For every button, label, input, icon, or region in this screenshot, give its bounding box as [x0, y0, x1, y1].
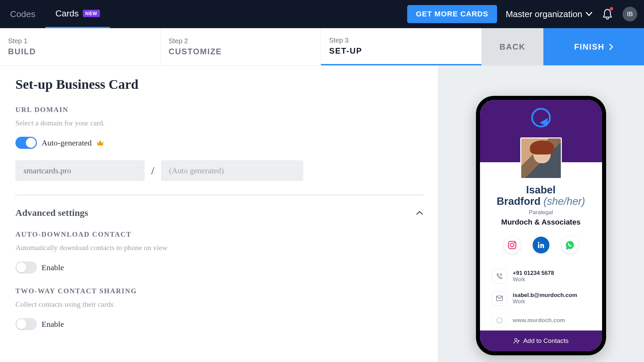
- company-logo-icon: [531, 108, 551, 127]
- card-name: Isabel Bradford (she/her): [480, 184, 602, 207]
- svg-point-8: [515, 339, 517, 341]
- back-button[interactable]: BACK: [482, 28, 543, 65]
- globe-icon: [492, 313, 507, 328]
- phone-value: +91 01234 5678: [513, 270, 554, 277]
- domain-field[interactable]: [15, 160, 145, 181]
- profile-photo: [520, 137, 562, 179]
- nav-tab-cards[interactable]: Cards NEW: [45, 0, 110, 28]
- url-domain-desc: Select a domain for your card.: [15, 119, 422, 127]
- contact-web-row[interactable]: www.murdoch.com: [492, 313, 590, 328]
- instagram-icon[interactable]: [504, 237, 521, 253]
- step-name: CUSTOMIZE: [169, 47, 313, 56]
- mail-icon: [492, 291, 507, 306]
- step-setup[interactable]: Step 3 SET-UP: [321, 28, 482, 65]
- slug-field[interactable]: [161, 160, 303, 181]
- auto-download-toggle-label: Enable: [42, 263, 64, 272]
- linkedin-icon[interactable]: [533, 237, 549, 253]
- form-column: Set-up Business Card URL DOMAIN Select a…: [0, 66, 438, 362]
- svg-rect-3: [538, 244, 539, 248]
- advanced-settings-title: Advanced settings: [15, 207, 88, 218]
- auto-download-label: AUTO-DOWNLOAD CONTACT: [15, 230, 422, 239]
- contact-email-row[interactable]: isabel.b@murdoch.com Work: [492, 291, 590, 306]
- two-way-block: TWO-WAY CONTACT SHARING Collect contacts…: [15, 287, 422, 330]
- email-value: isabel.b@murdoch.com: [513, 292, 577, 299]
- new-badge: NEW: [83, 10, 100, 17]
- social-row: [480, 237, 602, 253]
- nav-tabs: Codes Cards NEW: [0, 0, 110, 28]
- auto-download-block: AUTO-DOWNLOAD CONTACT Automatically down…: [15, 230, 422, 274]
- crown-icon: [96, 139, 104, 146]
- auto-download-desc: Automatically download contacts to phone…: [15, 243, 422, 252]
- svg-point-7: [497, 318, 502, 323]
- two-way-desc: Collect contacts using their cards: [15, 300, 422, 309]
- phone-frame: Isabel Bradford (she/her) Paralegal Murd…: [476, 96, 606, 355]
- phone-screen: Isabel Bradford (she/her) Paralegal Murd…: [480, 100, 602, 351]
- autogen-row: Auto-generated: [15, 137, 422, 149]
- step-num: Step 1: [8, 37, 152, 45]
- add-to-contacts-button[interactable]: Add to Contacts: [480, 330, 602, 351]
- autogen-toggle-label: Auto-generated: [42, 138, 92, 147]
- whatsapp-icon[interactable]: [561, 237, 578, 253]
- page-title: Set-up Business Card: [15, 76, 422, 92]
- two-way-toggle[interactable]: [15, 318, 37, 330]
- step-num: Step 2: [169, 37, 313, 45]
- notification-dot: [610, 7, 613, 10]
- chevron-right-icon: [609, 44, 613, 50]
- last-name: Bradford: [497, 195, 541, 207]
- auto-download-toggle[interactable]: [15, 261, 37, 274]
- finish-label: FINISH: [574, 42, 605, 52]
- svg-point-2: [514, 242, 515, 243]
- top-navbar: Codes Cards NEW GET MORE CARDS Master or…: [0, 0, 644, 28]
- chevron-up-icon: [416, 210, 423, 215]
- preview-column: Isabel Bradford (she/her) Paralegal Murd…: [438, 66, 644, 362]
- get-more-cards-button[interactable]: GET MORE CARDS: [407, 5, 497, 23]
- first-name: Isabel: [526, 184, 556, 196]
- main-area: Set-up Business Card URL DOMAIN Select a…: [0, 66, 644, 362]
- svg-point-1: [510, 243, 514, 247]
- org-name: Master organization: [506, 9, 582, 19]
- step-num: Step 3: [329, 37, 473, 44]
- pronoun: (she/her): [543, 195, 585, 207]
- finish-button[interactable]: FINISH: [543, 28, 644, 65]
- chevron-down-icon: [586, 12, 592, 16]
- phone-label: Work: [513, 277, 554, 283]
- add-contact-icon: [513, 338, 520, 344]
- nav-tab-codes[interactable]: Codes: [0, 0, 45, 28]
- card-company: Murdoch & Associates: [480, 218, 602, 227]
- step-name: SET-UP: [329, 46, 473, 56]
- org-dropdown[interactable]: Master organization: [506, 9, 592, 19]
- card-body: Isabel Bradford (she/her) Paralegal Murd…: [480, 162, 602, 328]
- svg-point-4: [538, 242, 539, 244]
- nav-tab-cards-label: Cards: [55, 8, 78, 19]
- contacts-list: +91 01234 5678 Work isabel.b@murdoch.com…: [480, 269, 602, 328]
- slash-separator: /: [151, 165, 154, 177]
- web-value: www.murdoch.com: [513, 317, 565, 324]
- domain-input-row: /: [15, 160, 422, 181]
- contact-phone-row[interactable]: +91 01234 5678 Work: [492, 269, 590, 284]
- dotted-divider: [15, 194, 423, 195]
- add-to-contacts-label: Add to Contacts: [523, 337, 569, 345]
- url-domain-label: URL DOMAIN: [15, 106, 422, 114]
- step-build[interactable]: Step 1 BUILD: [0, 28, 161, 65]
- autogen-toggle[interactable]: [15, 137, 37, 149]
- two-way-label: TWO-WAY CONTACT SHARING: [15, 287, 422, 295]
- step-bar: Step 1 BUILD Step 2 CUSTOMIZE Step 3 SET…: [0, 28, 644, 66]
- email-label: Work: [513, 299, 577, 305]
- step-name: BUILD: [8, 47, 152, 56]
- advanced-settings-header[interactable]: Advanced settings: [15, 207, 423, 218]
- phone-icon: [492, 269, 507, 284]
- step-customize[interactable]: Step 2 CUSTOMIZE: [161, 28, 321, 65]
- card-role: Paralegal: [480, 209, 602, 216]
- user-avatar[interactable]: IB: [623, 7, 637, 21]
- notifications-button[interactable]: [602, 8, 612, 20]
- two-way-toggle-label: Enable: [42, 320, 64, 329]
